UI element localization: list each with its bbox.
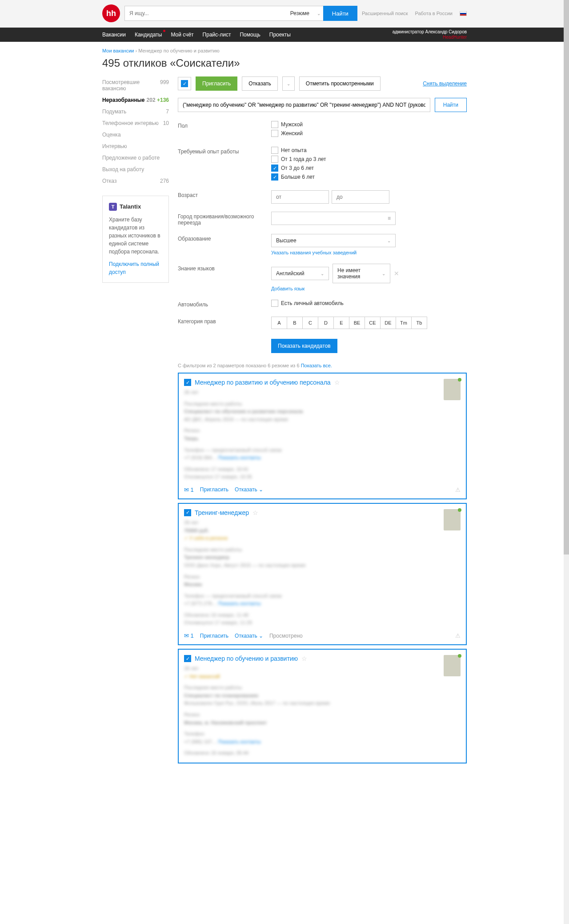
sidebar-item[interactable]: Отказ276	[102, 175, 169, 187]
search-type-select[interactable]: Резюме⌄	[288, 6, 323, 21]
sidebar-item[interactable]: Телефонное интервью10	[102, 117, 169, 129]
exp-3-6-label: От 3 до 6 лет	[281, 165, 314, 171]
search-input[interactable]	[124, 6, 288, 21]
star-icon[interactable]: ☆	[301, 655, 307, 662]
exp-6-label: Больше 6 лет	[281, 174, 315, 180]
license-cat-A[interactable]: A	[271, 317, 287, 329]
has-car-checkbox[interactable]	[271, 300, 278, 307]
breadcrumb-current: Менеджер по обучению и развитию	[138, 48, 219, 53]
city-input[interactable]	[276, 215, 388, 221]
nav-projects[interactable]: Проекты	[269, 32, 291, 38]
resume-title-link[interactable]: Менеджер по обучению и развитию	[195, 655, 298, 662]
star-icon[interactable]: ☆	[334, 379, 340, 386]
invite-button[interactable]: Пригласить	[196, 76, 237, 91]
card-action-0[interactable]: Пригласить	[200, 633, 228, 639]
sidebar-item[interactable]: Посмотревшие вакансию999	[102, 76, 169, 94]
talantix-promo: TTalantix Храните базу кандидатов из раз…	[102, 196, 169, 283]
resume-title-link[interactable]: Менеджер по развитию и обучению персонал…	[195, 379, 331, 386]
sidebar-item[interactable]: Выход на работу	[102, 164, 169, 175]
education-select[interactable]: Высшее⌄	[271, 234, 396, 247]
scrollthumb[interactable]	[564, 0, 569, 554]
results-note: С фильтром из 2 параметров показано 6 ре…	[178, 363, 467, 368]
nav-vacancies[interactable]: Вакансии	[102, 32, 126, 38]
license-cat-DE[interactable]: DE	[380, 317, 396, 329]
exp-6-checkbox[interactable]	[271, 173, 278, 181]
card-action-1[interactable]: Отказать ⌄	[235, 486, 263, 493]
license-cat-D[interactable]: D	[318, 317, 334, 329]
nav-help[interactable]: Помощь	[240, 32, 260, 38]
sidebar-item[interactable]: Интервью	[102, 141, 169, 152]
exp-3-6-checkbox[interactable]	[271, 165, 278, 172]
language-select[interactable]: Английский⌄	[271, 267, 329, 280]
exp-1-3-label: От 1 года до 3 лет	[281, 156, 326, 162]
region-link[interactable]: Работа в России	[415, 11, 453, 16]
sidebar-item-label: Интервью	[102, 143, 127, 149]
sidebar-item-count: 202	[147, 97, 156, 103]
star-icon[interactable]: ☆	[252, 509, 258, 516]
scrollbar[interactable]	[564, 0, 569, 767]
language-level-select[interactable]: Не имеет значения⌄	[333, 264, 390, 283]
card-checkbox[interactable]	[184, 379, 191, 386]
promo-text: Храните базу кандидатов из разных источн…	[109, 216, 162, 256]
sidebar-item[interactable]: Подумать7	[102, 106, 169, 117]
card-action-0[interactable]: Пригласить	[200, 486, 228, 493]
show-candidates-button[interactable]: Показать кандидатов	[271, 339, 337, 353]
gender-label: Пол	[178, 121, 271, 139]
user-menu[interactable]: администратор Александр Сидоров HeadHunt…	[393, 29, 467, 40]
add-language-link[interactable]: Добавить язык	[271, 286, 305, 291]
user-role: администратор	[393, 29, 424, 34]
reject-button[interactable]: Отказать	[242, 76, 278, 91]
license-cat-Tm[interactable]: Tm	[396, 317, 412, 329]
gender-male-checkbox[interactable]	[271, 121, 278, 128]
sidebar-item-label: Подумать	[102, 108, 126, 115]
promo-link[interactable]: Подключить полный доступ	[109, 260, 162, 276]
card-checkbox[interactable]	[184, 509, 191, 516]
reject-dropdown[interactable]: ⌄	[282, 76, 295, 91]
license-cat-C[interactable]: C	[302, 317, 318, 329]
advanced-search-link[interactable]: Расширенный поиск	[362, 11, 408, 16]
list-icon[interactable]: ≡	[388, 215, 391, 221]
age-to-input[interactable]	[332, 190, 389, 204]
hh-logo[interactable]: hh	[102, 4, 120, 22]
resume-details: 29 лет75000 руб.✓ У себя в регионеПослед…	[184, 519, 461, 627]
gender-female-checkbox[interactable]	[271, 130, 278, 137]
education-label: Образование	[178, 234, 271, 256]
license-cat-Tb[interactable]: Tb	[411, 317, 427, 329]
message-icon[interactable]: ✉ 1	[184, 632, 194, 639]
license-cat-BE[interactable]: BE	[349, 317, 365, 329]
user-name: Александр Сидоров	[425, 29, 467, 34]
nav-candidates[interactable]: Кандидаты	[135, 32, 162, 38]
gender-female-label: Женский	[281, 130, 303, 137]
search-button[interactable]: Найти	[323, 6, 357, 21]
age-from-input[interactable]	[271, 190, 329, 204]
query-search-button[interactable]: Найти	[435, 98, 467, 112]
breadcrumb-vacancies[interactable]: Мои вакансии	[102, 48, 134, 53]
message-icon[interactable]: ✉ 1	[184, 486, 194, 493]
select-all-checkbox[interactable]	[181, 80, 188, 87]
remove-language-icon[interactable]: ✕	[394, 270, 399, 277]
card-checkbox[interactable]	[184, 655, 191, 662]
show-all-link[interactable]: Показать все.	[301, 363, 332, 368]
license-cat-B[interactable]: B	[287, 317, 303, 329]
license-label: Категория прав	[178, 317, 271, 329]
sidebar-item-count: 276	[160, 178, 169, 184]
resume-title-link[interactable]: Тренинг-менеджер	[195, 509, 249, 516]
specify-schools-link[interactable]: Указать названия учебных заведений	[271, 250, 357, 255]
deselect-link[interactable]: Снять выделение	[423, 80, 467, 87]
nav-account[interactable]: Мой счёт	[171, 32, 193, 38]
car-label: Автомобиль	[178, 300, 271, 309]
query-input[interactable]	[178, 98, 430, 112]
sidebar-item[interactable]: Неразобранные202 +136	[102, 94, 169, 106]
sidebar-item[interactable]: Предложение о работе	[102, 152, 169, 164]
sidebar-item[interactable]: Оценка	[102, 129, 169, 141]
city-input-wrap: ≡	[271, 212, 396, 225]
card-action-1[interactable]: Отказать ⌄	[235, 633, 263, 639]
license-cat-CE[interactable]: CE	[365, 317, 381, 329]
exp-none-checkbox[interactable]	[271, 147, 278, 154]
nav-price[interactable]: Прайс-лист	[203, 32, 231, 38]
exp-1-3-checkbox[interactable]	[271, 156, 278, 163]
flag-ru-icon[interactable]	[460, 11, 467, 16]
mark-viewed-button[interactable]: Отметить просмотренными	[299, 76, 381, 91]
license-cat-E[interactable]: E	[333, 317, 349, 329]
sidebar-item-label: Посмотревшие вакансию	[102, 79, 160, 92]
